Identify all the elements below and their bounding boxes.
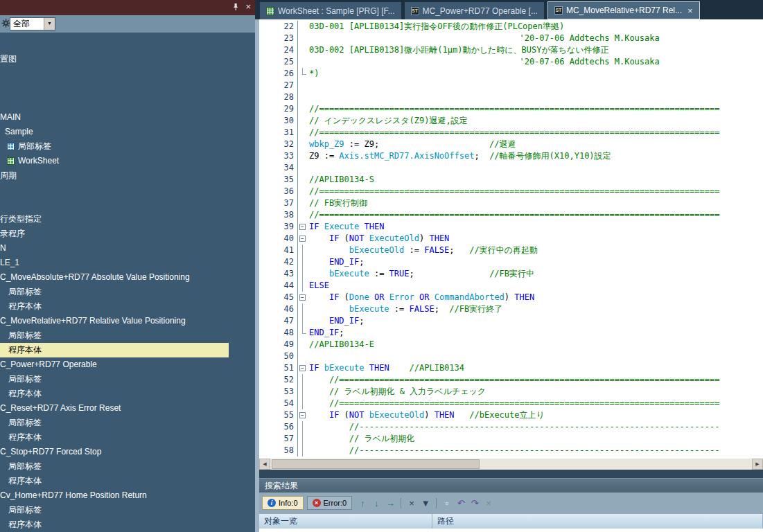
code-text[interactable]: IF (Done OR Error OR CommandAborted) THE… [308,292,534,303]
prev-result-icon[interactable]: ↑ [356,498,369,508]
code-text[interactable]: '20-07-06 Addtechs M.Kousaka [308,33,660,44]
tree-item[interactable]: 周期 [0,168,255,183]
fold-collapse-icon[interactable]: − [298,233,308,245]
column-header-objects[interactable]: 对象一览 [259,514,432,529]
line-number: 24 [259,44,298,56]
tree-item[interactable]: 程序本体 [0,430,255,445]
tree-item[interactable]: 行类型指定 [0,212,255,227]
code-text[interactable]: 03D-001 [APLIB0134]実行指令OFF後の動作修正(PLCopen… [308,21,564,33]
code-text[interactable]: IF (NOT ExecuteOld) THEN [308,233,449,245]
code-text[interactable]: *) [308,68,319,80]
tree-item[interactable]: 程序本体 [0,299,255,314]
tree-item[interactable]: WorkSheet [0,154,255,168]
tab-close-icon[interactable]: × [687,6,693,15]
filter-results-icon[interactable]: ▼ [419,498,432,508]
code-text[interactable]: END_IF; [308,327,344,339]
code-text[interactable] [308,80,309,91]
scrollbar-thumb[interactable] [272,459,480,469]
fold-collapse-icon[interactable]: − [298,292,308,303]
code-text[interactable]: // ラベル初期化 [308,433,414,445]
tree-item[interactable]: Sample [0,125,255,139]
code-text[interactable]: wbkp_Z9 := Z9; //退避 [308,139,516,150]
tree-item[interactable]: C_Reset+RD77 Axis Error Reset [0,401,255,416]
fold-gutter [298,21,308,33]
horizontal-scrollbar[interactable]: ◀ ▶ [259,459,763,470]
tree-item[interactable]: 置图 [0,52,255,66]
code-text[interactable]: ELSE [308,280,329,292]
fold-gutter [298,421,308,433]
code-text[interactable]: //--------------------------------------… [308,421,719,433]
tree-item[interactable]: 局部标签 [0,139,255,154]
next-result-icon[interactable]: ↓ [370,498,383,508]
tree-item[interactable]: C_Power+RD77 Operable [0,357,255,372]
code-text[interactable]: IF (NOT bExecuteOld) THEN //bExecute立上り [308,409,545,421]
code-text[interactable]: //======================================… [308,374,719,386]
code-text[interactable]: //APLIB0134-S [308,174,374,186]
code-text[interactable]: //--------------------------------------… [308,445,719,456]
code-text[interactable]: // ラベル初期化 & 入力ラベルチェック [308,386,486,398]
clear-results-icon[interactable]: × [405,498,418,508]
info-filter-button[interactable]: i Info:0 [262,496,304,510]
tree-item[interactable]: 局部标签 [0,285,255,299]
error-filter-button[interactable]: × Error:0 [307,496,353,510]
code-text[interactable]: END_IF; [308,256,365,268]
tree-item[interactable]: C_Stop+RD77 Forced Stop [0,445,255,459]
tree-item[interactable]: N [0,241,255,256]
tree-item[interactable]: 局部标签 [0,416,255,430]
tree-item[interactable]: 程序本体 [0,387,255,401]
code-text[interactable]: //======================================… [308,209,719,221]
code-text[interactable] [308,162,309,174]
nav-back-icon[interactable]: ↶ [455,498,467,508]
code-text[interactable]: //======================================… [308,186,719,197]
editor-tab[interactable]: STMC_Power+RD77 Operable [... [405,2,544,19]
goto-result-icon[interactable]: → [384,498,396,508]
tree-item[interactable]: MAIN [0,110,255,125]
code-text[interactable]: IF Execute THEN [308,221,384,233]
dropdown-arrow-icon[interactable]: ▼ [44,18,55,30]
tree-item[interactable]: 局部标签 [0,503,255,517]
close-search-icon[interactable]: × [482,498,495,508]
code-text[interactable]: END_IF; [308,315,365,327]
code-text[interactable]: //======================================… [308,103,719,115]
code-text[interactable]: //======================================… [308,127,719,139]
tree-item[interactable]: 程序本体 [0,343,229,357]
code-text[interactable]: bExecute := TRUE; //FB実行中 [308,268,534,280]
tree-item[interactable]: C_MoveAbsolute+RD77 Absolute Value Posit… [0,270,255,285]
fold-collapse-icon[interactable]: − [298,221,308,233]
editor-tab[interactable]: WorkSheet : Sample [PRG] [F... [260,2,401,19]
tree-item[interactable]: 录程序 [0,227,255,241]
code-text[interactable]: bExecuteOld := FALSE; //実行中の再起動 [308,245,538,256]
pin-icon[interactable] [231,3,240,11]
st-code-editor[interactable]: 2203D-001 [APLIB0134]実行指令OFF後の動作修正(PLCop… [259,19,763,459]
code-text[interactable] [308,351,309,362]
tree-item[interactable]: 局部标签 [0,372,255,387]
tree-item[interactable]: Cv_Home+RD77 Home Position Return [0,488,255,503]
scroll-left-icon[interactable]: ◀ [259,459,270,470]
code-text[interactable]: '20-07-06 Addtechs M.Kousaka [308,56,660,68]
code-text[interactable]: //======================================… [308,398,719,409]
code-text[interactable]: bExecute := FALSE; //FB実行終了 [308,303,502,315]
tree-item[interactable]: 局部标签 [0,328,255,343]
close-panel-icon[interactable]: × [245,2,251,12]
tree-item[interactable]: C_MoveRelative+RD77 Relative Value Posit… [0,314,255,328]
code-text[interactable]: IF bExecute THEN //APLIB0134 [308,362,464,374]
tree-item[interactable]: 程序本体 [0,517,255,532]
fold-collapse-icon[interactable]: − [298,409,308,421]
stop-search-icon[interactable]: ▫ [441,498,453,508]
tree-item[interactable]: 程序本体 [0,474,255,488]
nav-forward-icon[interactable]: ↷ [468,498,481,508]
editor-tab[interactable]: STMC_MoveRelative+RD77 Rel...× [547,1,700,19]
code-text[interactable]: 03D-002 [APLIB0138]微小距離(1μm)動かした時に、BUSYが… [308,44,609,56]
code-text[interactable]: // インデックスレジスタ(Z9)退避,設定 [308,115,468,127]
scroll-right-icon[interactable]: ▶ [752,459,763,470]
tree-item[interactable]: LE_1 [0,256,255,270]
code-text[interactable]: //APLIB0134-E [308,339,374,351]
filter-dropdown[interactable]: 全部 ▼ [10,17,55,30]
code-line: 28 [259,91,763,103]
column-header-path[interactable]: 路径 [432,514,763,529]
code-text[interactable] [308,91,309,103]
fold-collapse-icon[interactable]: − [298,362,308,374]
tree-item[interactable]: 局部标签 [0,459,255,474]
code-text[interactable]: Z9 := Axis.stMC_RD77.AxisNoOffset; //軸番号… [308,150,611,162]
code-text[interactable]: // FB実行制御 [308,197,367,209]
